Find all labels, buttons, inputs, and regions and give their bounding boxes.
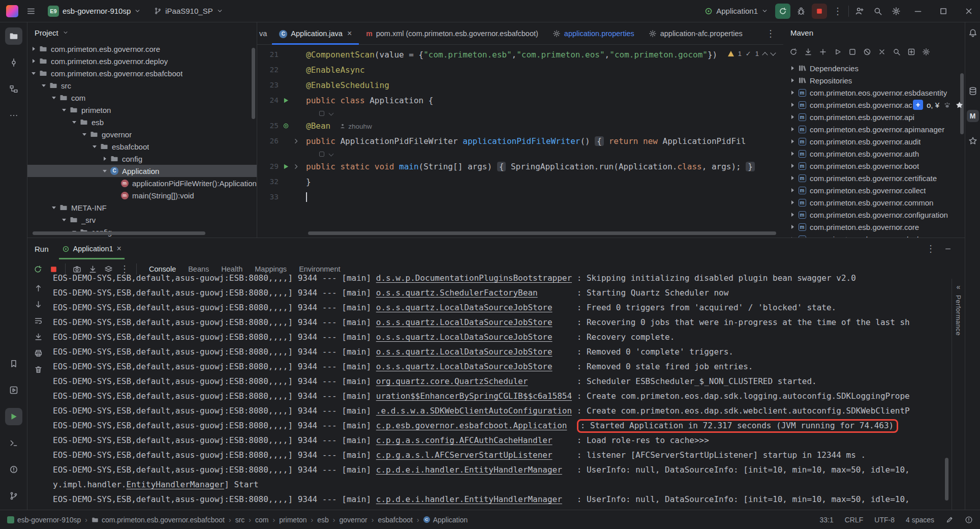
status-widget[interactable]: 33:1 (819, 516, 833, 524)
maven-tree-item[interactable]: mcom.primeton.esb.governor.api (783, 111, 965, 123)
console-class-link[interactable]: o.s.s.quartz.LocalDataSourceJobStore (376, 303, 553, 312)
maven-tree-item[interactable]: mcom.primeton.esb.governor.core (783, 221, 965, 233)
vcs-toolwindow-button[interactable] (5, 487, 22, 505)
close-icon[interactable]: × (347, 29, 352, 38)
fold-gutter-icon[interactable] (291, 163, 301, 170)
console-class-link[interactable]: c.p.g.a.s.config.AFCAuthCacheHandler (376, 435, 553, 445)
tree-chevron-icon[interactable] (29, 45, 38, 53)
maven-tree-item[interactable]: Repositories (783, 74, 965, 86)
tree-chevron-icon[interactable] (101, 167, 109, 175)
tree-chevron-icon[interactable] (101, 155, 109, 163)
tree-chevron-icon[interactable] (788, 137, 797, 145)
project-tree-item[interactable]: CApplication (27, 165, 257, 177)
settings-button[interactable] (889, 4, 904, 19)
commit-toolwindow-button[interactable] (5, 54, 22, 71)
console-class-link[interactable]: o.s.s.quartz.SchedulerFactoryBean (376, 288, 538, 298)
maven-settings-icon[interactable] (922, 48, 930, 56)
rerun-icon[interactable] (34, 265, 42, 274)
search-everywhere-button[interactable] (870, 4, 885, 19)
tree-chevron-icon[interactable] (50, 203, 58, 212)
maven-tree-item[interactable]: Dependencies (783, 62, 965, 74)
skip-tests-icon[interactable] (878, 48, 886, 56)
expand-all-icon[interactable] (907, 48, 915, 56)
tree-chevron-icon[interactable] (788, 113, 797, 121)
tree-chevron-icon[interactable] (788, 186, 797, 194)
more-toolwindows-button[interactable] (5, 107, 22, 124)
code-with-me-button[interactable] (852, 4, 867, 19)
minimize-button[interactable] (907, 0, 929, 22)
maven-tree-item[interactable]: mcom.primeton.eos.governor.esbdasentity (783, 86, 965, 99)
tree-chevron-icon[interactable] (29, 69, 38, 77)
profiles-icon[interactable] (848, 48, 856, 56)
status-widget[interactable]: 4 spaces (906, 516, 934, 524)
editor-tab[interactable]: mpom.xml (com.primeton.esb.governor.esba… (359, 22, 545, 44)
tree-chevron-icon[interactable] (29, 57, 38, 65)
project-tree-item[interactable]: config (27, 153, 257, 165)
tree-chevron-icon[interactable] (788, 64, 797, 72)
search-icon[interactable] (893, 48, 901, 56)
maven-panel-header[interactable]: Maven (783, 22, 965, 43)
add-button[interactable]: + (913, 100, 923, 110)
project-panel-header[interactable]: Project (27, 22, 257, 43)
spring-bean-gutter-icon[interactable] (281, 123, 291, 129)
tree-chevron-icon[interactable] (90, 142, 99, 151)
console-class-link[interactable]: d.s.w.p.DocumentationPluginsBootstrapper (376, 273, 572, 283)
scroll-to-end-icon[interactable] (34, 333, 43, 341)
print-icon[interactable] (34, 349, 43, 358)
console-class-link[interactable]: o.s.s.quartz.LocalDataSourceJobStore (376, 362, 553, 371)
console-class-link[interactable]: c.p.d.e.i.handler.EntityHandlerManager (376, 465, 562, 475)
project-tree-item[interactable]: _srv (27, 214, 257, 226)
console-class-link[interactable]: o.s.s.quartz.LocalDataSourceJobStore (376, 332, 553, 342)
project-hscrollbar[interactable] (33, 231, 205, 235)
project-tree-item[interactable]: esb (27, 116, 257, 128)
services-toolwindow-button[interactable] (5, 381, 22, 399)
breadcrumb-item[interactable]: com.primeton.esb.governor.esbafcboot (91, 516, 225, 524)
add-maven-project-icon[interactable] (819, 48, 827, 56)
status-widget[interactable]: CRLF (845, 516, 864, 524)
readonly-toggle-icon[interactable] (945, 516, 954, 524)
run-tab[interactable]: Application1 × (59, 238, 125, 259)
project-widget[interactable]: E9 esb-governor-910sp (44, 4, 145, 19)
breadcrumb-item[interactable]: governor (340, 516, 368, 524)
tree-chevron-icon[interactable] (788, 125, 797, 133)
offline-mode-icon[interactable] (863, 48, 871, 56)
tree-chevron-icon[interactable] (50, 94, 58, 102)
project-toolwindow-button[interactable] (5, 27, 22, 45)
console-class-link[interactable]: o.s.s.quartz.LocalDataSourceJobStore (376, 317, 553, 327)
close-icon[interactable]: × (117, 244, 121, 253)
down-stack-icon[interactable] (34, 300, 43, 309)
project-tree-item[interactable]: governor (27, 128, 257, 140)
project-tree-item[interactable]: esbafcboot (27, 140, 257, 153)
reimport-icon[interactable] (789, 48, 798, 56)
maven-tree-item[interactable]: mcom.primeton.esb.governor.apimanager (783, 123, 965, 135)
tree-chevron-icon[interactable] (788, 198, 797, 207)
tree-chevron-icon[interactable] (788, 174, 797, 182)
tree-chevron-icon[interactable] (788, 101, 797, 109)
project-tree-item[interactable]: primeton (27, 104, 257, 116)
tree-chevron-icon[interactable] (70, 118, 78, 126)
notifications-bell-icon[interactable] (968, 28, 977, 38)
clear-console-icon[interactable] (34, 365, 43, 374)
bookmarks-toolwindow-button[interactable] (5, 355, 22, 372)
close-button[interactable] (958, 0, 980, 22)
console-class-link[interactable]: uration$$EnhancerBySpringCGLIB$$c6a15854 (376, 391, 572, 401)
console-class-link[interactable]: EntityHandlerManager (127, 480, 225, 489)
console-class-link[interactable]: o.s.s.quartz.LocalDataSourceJobStore (376, 347, 553, 357)
paw-icon[interactable] (943, 101, 952, 109)
maven-tree-item[interactable]: mcom.primeton.esb.governor.auth (783, 148, 965, 160)
stop-button[interactable] (812, 4, 827, 19)
prev-problem-icon[interactable] (762, 52, 768, 57)
maven-tree-item[interactable]: mcom.primeton.esb.governor.configuration (783, 209, 965, 221)
editor-hscrollbar[interactable] (308, 231, 776, 235)
run-toolwindow-button[interactable] (5, 408, 22, 425)
tree-chevron-icon[interactable] (788, 211, 797, 219)
up-stack-icon[interactable] (34, 284, 43, 292)
project-tree-item[interactable]: META-INF (27, 201, 257, 214)
run-config-selector[interactable]: Application1 (700, 5, 772, 17)
breadcrumb-item[interactable]: esb-governor-910sp (7, 516, 81, 524)
console-class-link[interactable]: org.quartz.core.QuartzScheduler (376, 376, 528, 386)
tree-chevron-icon[interactable] (788, 150, 797, 158)
breadcrumb-item[interactable]: CApplication (423, 516, 468, 524)
download-sources-icon[interactable] (804, 48, 812, 56)
maven-tree-item[interactable]: mcom.primeton.esb.governor.deploy (783, 233, 965, 238)
